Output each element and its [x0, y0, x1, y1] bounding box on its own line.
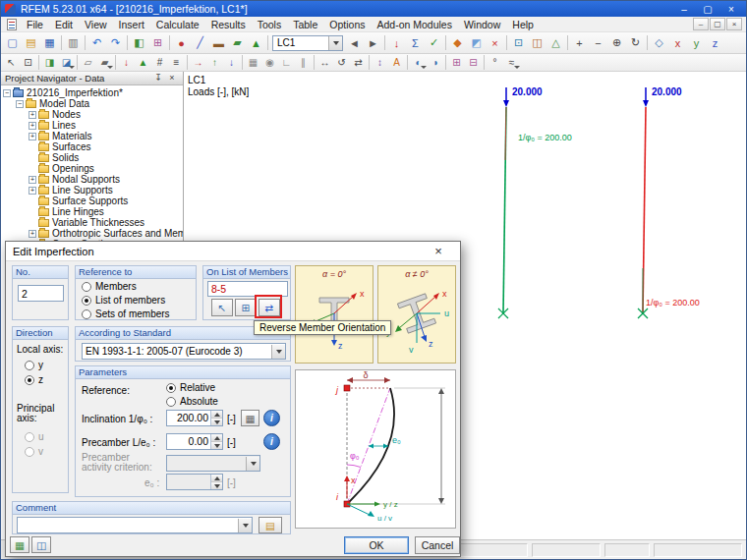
menu-add-on-modules[interactable]: Add-on Modules [371, 18, 457, 31]
dimensions-icon[interactable]: ↕ [372, 55, 388, 70]
tree-item[interactable]: Surface Supports [1, 196, 183, 206]
tree-item[interactable]: Surfaces [1, 141, 183, 152]
rotate-view-icon[interactable]: ↻ [626, 34, 645, 52]
close-button[interactable]: × [720, 3, 742, 16]
dropdown-arrow-icon[interactable] [328, 36, 342, 50]
reverse-member-orientation-button[interactable]: ⇄ [259, 299, 280, 316]
result-diagrams-icon[interactable]: ◩ [467, 34, 486, 52]
tree-item[interactable]: Openings [1, 163, 183, 174]
calculate-icon[interactable]: Σ [406, 34, 425, 52]
spin-up-icon[interactable] [211, 411, 222, 419]
mdi-restore-button[interactable]: ▢ [710, 18, 725, 30]
tree-expander[interactable]: + [29, 187, 36, 195]
tree-item[interactable]: Solids [1, 152, 183, 163]
menu-tools[interactable]: Tools [252, 18, 288, 31]
spinner-buttons[interactable] [210, 411, 222, 425]
menu-window[interactable]: Window [458, 18, 506, 31]
inclination-value[interactable]: 200.00 [167, 411, 210, 425]
precamber-stepper[interactable]: 0.00 [166, 433, 223, 450]
new-model-icon[interactable]: ▢ [3, 34, 22, 52]
snap-icon[interactable]: ◉ [261, 55, 278, 70]
pan-icon[interactable]: ⊕ [607, 34, 626, 52]
precamber-value[interactable]: 0.00 [167, 434, 210, 449]
check-model-icon[interactable]: ✓ [425, 34, 443, 52]
tree-expander[interactable]: + [29, 176, 36, 184]
inclination-info-button[interactable]: i [263, 410, 280, 426]
tree-item[interactable]: +Lines [1, 120, 183, 131]
show-results-icon[interactable]: ◆ [448, 34, 467, 52]
tree-item[interactable]: +Line Supports [1, 185, 183, 196]
precamber-info-button[interactable]: i [263, 433, 280, 450]
new-member-icon[interactable]: ▬ [209, 34, 228, 52]
mdi-minimize-button[interactable]: – [693, 18, 709, 30]
select-arrow-icon[interactable]: ↖ [3, 55, 20, 70]
standard-combo[interactable]: EN 1993-1-1: 2005-07 (Eurocode 3) [82, 343, 286, 360]
previous-load-case-icon[interactable]: ◄ [345, 34, 364, 52]
menu-edit[interactable]: Edit [49, 18, 79, 31]
z-direction-icon[interactable]: ↓ [223, 55, 240, 70]
inclination-stepper[interactable]: 200.00 [166, 410, 223, 426]
y-direction-icon[interactable]: ↑ [206, 55, 223, 70]
print-icon[interactable]: ▥ [64, 34, 83, 52]
zoom-out-icon[interactable]: − [589, 34, 607, 52]
tree-expander[interactable]: + [29, 133, 36, 140]
radio-absolute[interactable]: Absolute [166, 396, 218, 407]
table-filter-icon[interactable]: ⊟ [465, 55, 482, 70]
annotation-icon[interactable]: A [388, 55, 405, 70]
tree-item[interactable]: +Materials [1, 131, 183, 141]
show-loads-icon[interactable]: ↓ [118, 55, 135, 70]
dialog-title-bar[interactable]: Edit Imperfection × [6, 242, 460, 261]
radio-relative[interactable]: Relative [166, 382, 215, 393]
radio-local-axis-y[interactable]: y [25, 360, 43, 370]
radio-list-of-members[interactable]: List of members [82, 295, 165, 306]
zoom-in-icon[interactable]: + [570, 34, 589, 52]
delete-results-icon[interactable]: × [486, 34, 504, 52]
members-list-field[interactable]: 8-5 [207, 281, 288, 297]
select-window-icon[interactable]: ⊡ [20, 55, 36, 70]
next-load-case-icon[interactable]: ► [364, 34, 382, 52]
radio-principal-axis-v[interactable]: v [25, 446, 43, 457]
tree-expander[interactable]: + [29, 230, 36, 238]
grid-icon[interactable]: ▦ [245, 55, 261, 70]
radio-local-axis-z[interactable]: z [25, 374, 43, 385]
tree-item[interactable]: +Orthotropic Surfaces and Membrane [1, 228, 183, 239]
minimize-button[interactable]: – [673, 3, 695, 16]
views-icon[interactable]: ◪ [58, 55, 75, 70]
criterion-combo[interactable] [166, 455, 260, 472]
isometric-view-icon[interactable]: ◇ [650, 34, 668, 52]
view-x-icon[interactable]: x [668, 34, 687, 52]
dialog-close-icon[interactable]: × [424, 242, 453, 260]
new-support-icon[interactable]: ▲ [247, 34, 265, 52]
redo-icon[interactable]: ↷ [106, 34, 125, 52]
comment-combo[interactable] [17, 517, 253, 533]
new-surface-icon[interactable]: ▰ [228, 34, 247, 52]
solid-display-icon[interactable]: ▰ [96, 55, 113, 70]
pick-members-button[interactable]: ⊞ [235, 299, 257, 316]
dropdown-arrow-icon[interactable] [238, 519, 252, 532]
dialog-aux-table-button[interactable]: ▦ [10, 536, 29, 553]
spin-down-icon[interactable] [211, 442, 222, 449]
show-values-icon[interactable]: ≡ [168, 55, 185, 70]
member-right[interactable] [643, 107, 646, 313]
dropdown-arrow-icon[interactable] [271, 345, 285, 359]
tables-icon[interactable]: ⊞ [148, 34, 167, 52]
spin-up-icon[interactable] [211, 434, 222, 442]
mirror-icon[interactable]: ⇄ [350, 55, 367, 70]
load-case-combo[interactable]: LC1 [272, 35, 343, 51]
ortho-icon[interactable]: ∟ [278, 55, 295, 70]
new-load-icon[interactable]: ↓ [387, 34, 406, 52]
project-navigator-icon[interactable]: ◧ [130, 34, 148, 52]
goto-table-icon[interactable]: ⊞ [448, 55, 465, 70]
steel-design-icon[interactable]: ◫ [528, 34, 546, 52]
tree-item[interactable]: −210216_Imperfektion* [1, 87, 183, 98]
clipping-icon[interactable]: ◑ [427, 55, 443, 70]
rotate-icon[interactable]: ↺ [333, 55, 350, 70]
stability-icon[interactable]: △ [546, 34, 565, 52]
menu-file[interactable]: File [21, 18, 49, 31]
radio-principal-axis-u[interactable]: u [25, 431, 44, 442]
menu-table[interactable]: Table [287, 18, 323, 31]
select-members-button[interactable]: ↖ [211, 299, 233, 316]
tree-expander[interactable]: + [29, 122, 36, 130]
display-navigator-icon[interactable]: ◨ [41, 55, 58, 70]
tree-expander[interactable]: − [3, 89, 11, 97]
